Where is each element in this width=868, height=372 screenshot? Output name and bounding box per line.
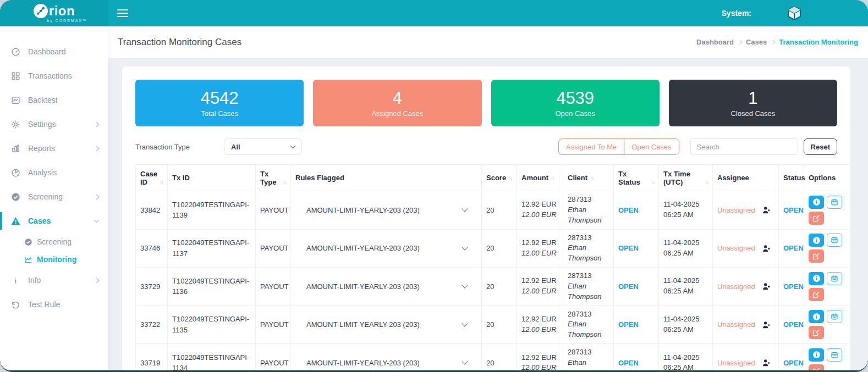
table-row: 33719 T1022049TESTINGAPI-1134 PAYOUT AMO… (136, 344, 855, 370)
reset-button[interactable]: Reset (804, 138, 837, 155)
score-cell: 20 (482, 229, 517, 268)
expand-rules-chevron-icon[interactable] (462, 244, 468, 250)
tx-id-cell: T1022049TESTINGAPI-1139 (168, 191, 256, 230)
assigned-to-me-button[interactable]: Assigned To Me (558, 138, 624, 155)
quick-filter-buttons: Assigned To Me Open Cases (558, 138, 679, 155)
sidebar-item-settings[interactable]: Settings (0, 112, 108, 136)
chevron-right-icon (94, 277, 100, 283)
screening-check-icon (11, 192, 20, 202)
edit-button[interactable] (809, 249, 824, 263)
open-cases-button[interactable]: Open Cases (624, 138, 679, 155)
search-input[interactable] (690, 138, 798, 155)
sidebar-subitem-screening[interactable]: Screening (0, 233, 108, 251)
expand-rules-chevron-icon[interactable] (462, 359, 468, 365)
tx-id-cell: T1022049TESTINGAPI-1136 (168, 268, 256, 306)
calendar-button[interactable] (827, 196, 842, 209)
info-button[interactable] (809, 348, 824, 362)
options-cell (804, 229, 855, 268)
sidebar-item-backtest[interactable]: Backtest (0, 88, 108, 112)
transaction-type-select[interactable]: All (224, 138, 302, 155)
stat-card-assigned-cases[interactable]: 4 Assigned Cases (313, 80, 481, 126)
calendar-button[interactable] (827, 310, 842, 323)
assign-user-button[interactable] (762, 206, 771, 214)
edit-button[interactable] (809, 326, 824, 339)
info-circle-icon (812, 236, 821, 245)
case-id-cell: 33746 (136, 229, 168, 268)
edit-pencil-icon (812, 367, 820, 370)
calendar-button[interactable] (827, 272, 842, 285)
tx-id-cell: T1022049TESTINGAPI-1137 (168, 229, 256, 268)
brand-logo[interactable]: rion by CODEMAX™ (0, 0, 108, 26)
sidebar-item-dashboard[interactable]: Dashboard (0, 40, 108, 64)
transaction-type-label: Transaction Type (135, 143, 190, 151)
expand-rules-chevron-icon[interactable] (462, 282, 468, 288)
system-cube-icon[interactable] (785, 4, 803, 22)
client-cell: 287313 Ethan Thompson (563, 306, 614, 344)
calendar-button[interactable] (827, 348, 842, 362)
stat-label: Closed Cases (730, 109, 775, 118)
column-header-rules-flagged: Rules Flagged (291, 165, 482, 191)
sidebar: Dashboard Transactions Backtest Settings (0, 26, 108, 370)
cases-table: Case ID↑↓ Tx ID Tx Type↑↓ Rules Flagged … (135, 164, 855, 370)
sidebar-item-test-rule[interactable]: Test Rule (0, 292, 108, 317)
calendar-button[interactable] (827, 234, 842, 247)
test-rule-refresh-icon (11, 300, 20, 309)
assign-user-button[interactable] (762, 359, 771, 367)
sidebar-item-screening[interactable]: Screening (0, 185, 108, 209)
sort-icon[interactable]: ↑↓ (508, 175, 512, 182)
edit-button[interactable] (809, 288, 824, 301)
info-button[interactable] (809, 196, 824, 209)
amount-cell: 12.92 EUR 12.00 EUR (517, 306, 563, 344)
sort-icon[interactable]: ↑↓ (160, 180, 163, 186)
tx-status-cell: OPEN (614, 229, 659, 268)
column-header-tx-time: Tx Time (UTC)↑↓ (659, 165, 713, 191)
sort-icon[interactable]: ↑↓ (551, 175, 554, 182)
info-circle-icon (812, 198, 821, 206)
sort-icon[interactable]: ↑↓ (590, 175, 593, 182)
tx-type-cell: PAYOUT (256, 268, 291, 306)
filter-bar: Transaction Type All Assigned To Me Open… (135, 138, 837, 155)
tx-status-cell: OPEN (614, 344, 659, 370)
breadcrumb-dashboard[interactable]: Dashboard (696, 38, 734, 46)
tx-id-cell: T1022049TESTINGAPI-1135 (168, 306, 256, 344)
info-button[interactable] (809, 234, 824, 247)
sort-icon[interactable]: ↑↓ (283, 180, 286, 186)
expand-rules-chevron-icon[interactable] (462, 320, 468, 326)
sidebar-item-analysis[interactable]: Analysis (0, 160, 108, 185)
sidebar-subitem-monitoring[interactable]: Monitoring (0, 251, 108, 268)
assignee-cell: Unassigned (713, 268, 779, 306)
info-button[interactable] (809, 310, 824, 323)
hamburger-menu-icon[interactable] (117, 7, 128, 19)
score-cell: 20 (482, 268, 517, 306)
column-header-tx-id: Tx ID (168, 165, 256, 191)
sidebar-item-transactions[interactable]: Transactions (0, 64, 108, 88)
rules-flagged-cell: AMOUNT-LIMIT-YEARLY-203 (203) (291, 306, 482, 344)
column-header-tx-status: Tx Status↑↓ (614, 165, 659, 191)
stat-card-closed-cases[interactable]: 1 Closed Cases (669, 80, 837, 126)
edit-button[interactable] (809, 364, 824, 370)
expand-rules-chevron-icon[interactable] (462, 206, 468, 212)
amount-cell: 12.92 EUR 12.00 EUR (517, 344, 563, 370)
breadcrumb-cases[interactable]: Cases (746, 38, 767, 46)
sidebar-item-reports[interactable]: Reports (0, 136, 108, 160)
sidebar-item-info[interactable]: Info (0, 268, 108, 292)
edit-button[interactable] (809, 212, 824, 225)
assignee-cell: Unassigned (713, 344, 779, 370)
page-title: Transaction Monitoring Cases (118, 37, 241, 48)
status-cell: OPEN (779, 268, 804, 306)
assign-user-button[interactable] (762, 321, 771, 329)
sidebar-item-cases[interactable]: Cases (0, 209, 108, 233)
stat-card-open-cases[interactable]: 4539 Open Cases (491, 80, 660, 126)
assign-user-button[interactable] (762, 245, 771, 252)
stat-card-total-cases[interactable]: 4542 Total Cases (135, 80, 304, 126)
sort-icon[interactable]: ↑↓ (705, 180, 708, 186)
table-header-row: Case ID↑↓ Tx ID Tx Type↑↓ Rules Flagged … (136, 165, 855, 191)
info-button[interactable] (809, 272, 824, 285)
assign-user-button[interactable] (762, 282, 771, 290)
sort-icon[interactable]: ↑↓ (651, 180, 654, 186)
assignee-cell: Unassigned (713, 229, 779, 268)
edit-pencil-icon (812, 291, 820, 298)
client-cell: 287313 Ethan Thompson (563, 191, 614, 230)
case-id-cell: 33719 (136, 344, 168, 370)
person-add-icon (762, 359, 771, 367)
